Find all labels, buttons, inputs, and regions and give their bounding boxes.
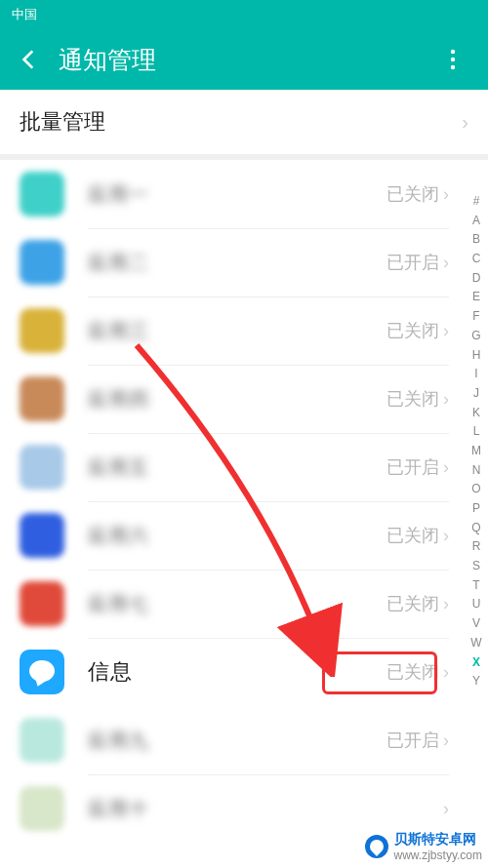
app-name-label: 应用二 [88,250,386,276]
app-name-label: 信息 [88,657,386,687]
index-letter[interactable]: H [472,349,481,361]
app-icon [20,240,64,285]
index-letter[interactable]: T [472,579,479,591]
index-letter[interactable]: J [473,387,479,399]
app-icon [20,513,64,558]
index-letter[interactable]: B [472,233,480,245]
app-row-messages[interactable]: 信息已关闭› [0,638,488,706]
alpha-index-bar[interactable]: #ABCDEFGHIJKLMNOPQRSTUVWXY [467,195,486,687]
app-status-label: 已关闭 [386,592,439,615]
app-name-label: 应用九 [88,728,386,754]
watermark: 贝斯特安卓网 www.zjbstyy.com [365,831,482,862]
app-icon [20,786,64,831]
app-row[interactable]: 应用三已关闭› [0,296,488,365]
arrow-left-icon [17,47,42,72]
chevron-right-icon: › [443,253,449,273]
watermark-url: www.zjbstyy.com [394,848,482,862]
app-icon [20,172,64,217]
app-row[interactable]: 应用五已开启› [0,433,488,501]
index-letter[interactable]: D [472,272,481,284]
svg-point-2 [451,65,455,69]
app-list[interactable]: 应用一已关闭›应用二已开启›应用三已关闭›应用四已关闭›应用五已开启›应用六已关… [0,160,488,843]
app-header: 通知管理 [0,29,488,90]
index-letter[interactable]: G [471,330,480,341]
app-status-label: 已关闭 [386,182,439,206]
app-row[interactable]: 应用九已开启› [0,706,488,774]
index-letter[interactable]: C [472,253,481,264]
app-icon [20,445,64,490]
app-row[interactable]: 应用四已关闭› [0,365,488,433]
chevron-right-icon: › [443,321,449,341]
index-letter[interactable]: # [473,195,480,207]
status-bar: 中国 [0,0,488,29]
index-letter[interactable]: A [472,215,480,226]
chevron-right-icon: › [443,730,449,751]
index-letter[interactable]: M [471,445,481,456]
index-letter[interactable]: P [472,502,480,514]
index-letter[interactable]: Y [472,675,480,687]
app-status-label: 已开启 [386,251,439,274]
chevron-right-icon: › [443,662,449,683]
index-letter[interactable]: R [472,540,481,552]
app-row[interactable]: 应用一已关闭› [0,160,488,228]
app-name-label: 应用六 [88,523,386,549]
app-status-label: 已关闭 [386,387,439,411]
overflow-menu-button[interactable] [433,38,472,81]
index-letter[interactable]: S [472,560,480,572]
app-row[interactable]: 应用二已开启› [0,228,488,296]
app-status-label: 已开启 [386,455,439,479]
index-letter[interactable]: U [472,598,481,610]
app-icon [20,718,64,763]
index-letter[interactable]: X [472,656,480,668]
index-letter[interactable]: O [471,483,480,494]
app-icon [20,308,64,353]
app-name-label: 应用四 [88,386,386,413]
index-letter[interactable]: V [472,617,480,629]
more-vert-icon [450,49,456,70]
chevron-right-icon: › [443,389,449,410]
index-letter[interactable]: E [472,291,480,302]
carrier-label: 中国 [12,6,37,23]
messages-icon [20,650,64,694]
app-name-label: 应用十 [88,796,443,822]
chevron-right-icon: › [462,111,468,134]
index-letter[interactable]: Q [471,522,480,533]
app-status-label: 已开启 [386,729,439,752]
index-letter[interactable]: K [472,407,480,418]
app-status-label: 已关闭 [386,319,439,342]
app-row[interactable]: 应用六已关闭› [0,501,488,570]
svg-point-1 [451,58,455,61]
app-name-label: 应用七 [88,591,386,617]
back-button[interactable] [8,38,51,81]
svg-point-0 [451,50,455,54]
app-name-label: 应用一 [88,181,386,208]
watermark-logo-icon [365,835,388,858]
watermark-title: 贝斯特安卓网 [394,831,482,848]
app-icon [20,376,64,421]
batch-manage-label: 批量管理 [20,107,462,137]
index-letter[interactable]: N [472,464,481,476]
app-icon [20,581,64,626]
app-name-label: 应用三 [88,318,386,344]
index-letter[interactable]: L [473,425,480,437]
app-row[interactable]: 应用七已关闭› [0,570,488,638]
chevron-right-icon: › [443,526,449,546]
index-letter[interactable]: I [474,368,477,379]
page-title: 通知管理 [59,44,433,76]
app-name-label: 应用五 [88,454,386,481]
batch-manage-row[interactable]: 批量管理 › [0,90,488,160]
app-status-label: 已关闭 [386,660,439,684]
chevron-right-icon: › [443,457,449,478]
index-letter[interactable]: W [470,637,481,649]
app-status-label: 已关闭 [386,524,439,547]
chevron-right-icon: › [443,184,449,205]
chevron-right-icon: › [443,594,449,614]
index-letter[interactable]: F [472,310,479,322]
chevron-right-icon: › [443,799,449,819]
